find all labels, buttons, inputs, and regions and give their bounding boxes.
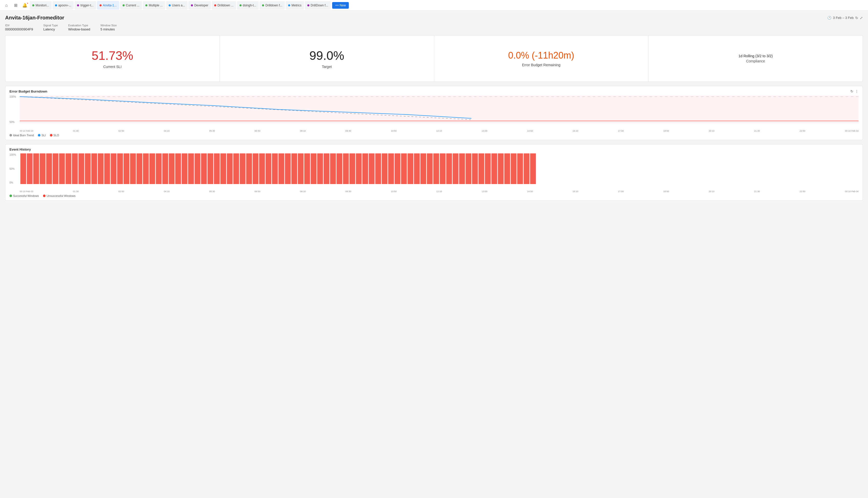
- svg-rect-22: [130, 153, 136, 184]
- sli-dot: [38, 134, 40, 136]
- svg-rect-12: [65, 153, 72, 184]
- svg-rect-81: [511, 153, 516, 184]
- signal-type-value: Latency: [43, 27, 55, 31]
- svg-rect-48: [298, 153, 304, 184]
- tab-label: Drilldown ...: [217, 3, 234, 7]
- svg-rect-24: [143, 153, 149, 184]
- legend-slo: SLO: [50, 134, 59, 137]
- tab-users-a[interactable]: Users a...: [166, 1, 188, 10]
- svg-rect-53: [330, 153, 336, 184]
- svg-rect-51: [317, 153, 323, 184]
- svg-rect-78: [491, 153, 497, 184]
- svg-rect-59: [369, 153, 375, 184]
- tab-trigger-t[interactable]: trigger-t...: [75, 1, 96, 10]
- compliance-subtitle: 1d Rolling (3/2 to 3/2): [739, 54, 773, 58]
- tab-label: dsingh-t...: [243, 3, 256, 7]
- tab-dsingh-t[interactable]: dsingh-t...: [237, 1, 259, 10]
- tab-dot: [77, 4, 79, 6]
- svg-rect-32: [194, 153, 200, 184]
- kpi-current-sli: 51.73% Current SLI: [5, 36, 219, 81]
- refresh-date-button[interactable]: ↻: [855, 16, 858, 20]
- tab-dot: [307, 4, 309, 6]
- home-button[interactable]: ⌂: [2, 1, 11, 10]
- svg-rect-27: [162, 153, 168, 184]
- event-history-chart-area: 100% 50% 0%: [10, 153, 858, 189]
- window-size-label: Window Size: [100, 24, 117, 27]
- svg-rect-82: [517, 153, 523, 184]
- tab-label: Multiple ...: [149, 3, 163, 7]
- svg-rect-29: [175, 153, 181, 184]
- svg-rect-65: [407, 153, 413, 184]
- event-history-legend: Successful Windows Unsuccessful Windows: [10, 194, 858, 197]
- legend-successful: Successful Windows: [10, 194, 39, 197]
- tab-current[interactable]: Current ...: [120, 1, 142, 10]
- svg-rect-76: [478, 153, 484, 184]
- tab-drilldown1[interactable]: Drilldown ...: [212, 1, 236, 10]
- event-history-section: Event History 100% 50% 0% 00:10 Feb 03 0…: [5, 144, 863, 201]
- event-history-y-labels: 100% 50% 0%: [10, 153, 19, 184]
- kpi-error-budget: 0.0% (-11h20m) Error Budget Remaining: [434, 36, 649, 81]
- svg-rect-42: [259, 153, 265, 184]
- legend-sli: SLI: [38, 134, 46, 137]
- svg-rect-54: [336, 153, 342, 184]
- svg-rect-26: [156, 153, 162, 184]
- svg-rect-40: [246, 153, 252, 184]
- kpi-target: 99.0% Target: [220, 36, 434, 81]
- svg-rect-74: [465, 153, 471, 184]
- tab-label: Developer: [194, 3, 208, 7]
- tab-dot: [288, 4, 290, 6]
- svg-rect-62: [388, 153, 394, 184]
- svg-rect-79: [498, 153, 503, 184]
- signal-type-meta: Signal Type Latency: [43, 24, 58, 31]
- target-value: 99.0%: [309, 49, 344, 63]
- svg-rect-72: [453, 153, 459, 184]
- eval-type-meta: Evaluation Type Window-based: [68, 24, 90, 31]
- tab-drilldown-f2[interactable]: DrillDown f...: [305, 1, 331, 10]
- tab-label: Users a...: [172, 3, 185, 7]
- compliance-label: Compliance: [746, 59, 765, 63]
- grid-button[interactable]: ⊞: [11, 1, 20, 10]
- ideal-burn-dot: [10, 134, 12, 136]
- error-budget-label: Error Budget Remaining: [522, 63, 560, 67]
- svg-rect-45: [278, 153, 284, 184]
- new-label: + New: [337, 3, 346, 7]
- tab-label: Current ...: [126, 3, 139, 7]
- error-budget-y-labels: 100% 50%: [10, 95, 19, 123]
- window-size-meta: Window Size 5 minutes: [100, 24, 117, 31]
- svg-rect-52: [324, 153, 330, 184]
- alert-button[interactable]: 🔔●: [21, 1, 29, 10]
- expand-date-button[interactable]: ⤢: [860, 16, 863, 20]
- tab-drilldown-f[interactable]: Drilldown f...: [259, 1, 285, 10]
- page-title: Anvita-16jan-Fromeditor: [5, 15, 64, 21]
- tab-developer[interactable]: Developer: [188, 1, 211, 10]
- tab-dot: [169, 4, 171, 6]
- unsuccessful-dot: [43, 195, 46, 197]
- svg-rect-39: [240, 153, 246, 184]
- id-label: ID#: [5, 24, 33, 27]
- signal-type-label: Signal Type: [43, 24, 58, 27]
- tab-label: Drilldown f...: [265, 3, 282, 7]
- top-nav: ⌂ ⊞ 🔔● Monitori...apoorv-...trigger-t...…: [0, 0, 868, 11]
- error-budget-menu-button[interactable]: ⋮: [855, 89, 858, 93]
- new-button[interactable]: + + New: [332, 2, 349, 9]
- page-header: Anvita-16jan-Fromeditor 🕐 3 Feb – 3 Feb …: [5, 15, 863, 21]
- calendar-icon: 🕐: [827, 16, 831, 20]
- error-budget-plot: [20, 95, 858, 123]
- svg-rect-80: [505, 153, 510, 184]
- error-budget-refresh-button[interactable]: ↻: [850, 89, 853, 93]
- tab-apoorv[interactable]: apoorv-...: [52, 1, 74, 10]
- svg-rect-38: [233, 153, 239, 184]
- event-history-title: Event History: [10, 147, 31, 151]
- tab-anvita-1[interactable]: Anvita-1...: [97, 1, 119, 10]
- tab-metrics[interactable]: Metrics: [285, 1, 304, 10]
- tab-dot: [55, 4, 57, 6]
- svg-rect-13: [72, 153, 78, 184]
- successful-dot: [10, 195, 12, 197]
- svg-rect-7: [33, 153, 39, 184]
- error-budget-x-labels: 00:10 Feb 03 01:30 02:50 04:10 05:30 06:…: [20, 130, 858, 132]
- main-content: Anvita-16jan-Fromeditor 🕐 3 Feb – 3 Feb …: [0, 11, 868, 498]
- tab-monitoring[interactable]: Monitori...: [30, 1, 52, 10]
- svg-rect-47: [292, 153, 297, 184]
- tab-multiple[interactable]: Multiple ...: [143, 1, 165, 10]
- svg-rect-46: [285, 153, 291, 184]
